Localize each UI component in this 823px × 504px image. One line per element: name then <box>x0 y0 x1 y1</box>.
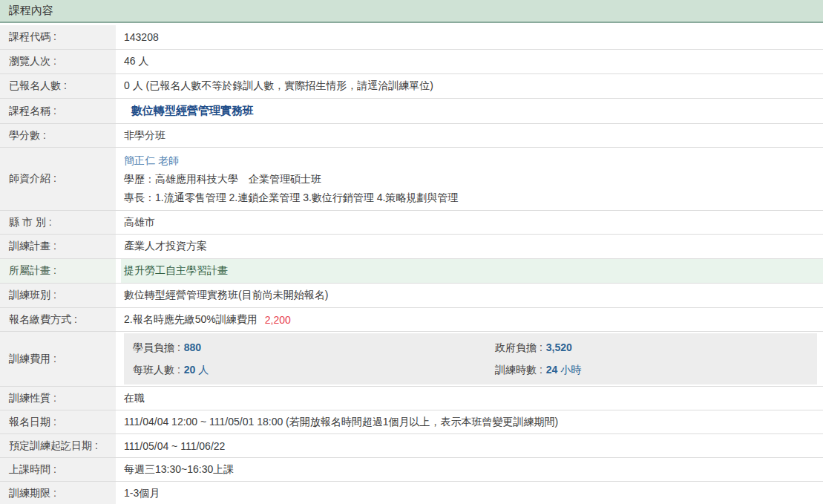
table-row-course-code: 課程代碼 : 143208 <box>0 25 823 50</box>
table-row-course-name: 課程名稱 : 數位轉型經營管理實務班 <box>0 99 823 124</box>
fee-item-training-hours: 訓練時數 :24小時 <box>495 364 817 377</box>
table-row-registration-date: 報名日期 : 111/04/04 12:00 ~ 111/05/01 18:00… <box>0 410 823 434</box>
table-row-view-count: 瀏覽人次 : 46 人 <box>0 50 823 74</box>
row-value: 每週三13:30~16:30上課 <box>121 458 823 481</box>
row-value: 143208 <box>121 25 823 49</box>
section-title: 課程內容 <box>9 4 53 18</box>
fee-value: 880 <box>184 341 201 353</box>
row-value: 非學分班 <box>121 124 823 147</box>
row-label: 訓練計畫 : <box>0 235 121 258</box>
fee-label: 每班人數 : <box>133 364 180 376</box>
row-value: 111/04/04 12:00 ~ 111/05/01 18:00 (若開放報名… <box>121 410 823 433</box>
table-row-instructor: 師資介紹 : 簡正仁 老師 學歷：高雄應用科技大學 企業管理碩士班 專長：1.流… <box>0 148 823 211</box>
table-row-training-plan: 訓練計畫 : 產業人才投資方案 <box>0 235 823 259</box>
table-row-enrolled-count: 已報名人數 : 0 人 (已報名人數不等於錄訓人數，實際招生情形，請逕洽訓練單位… <box>0 74 823 99</box>
row-value: 2.報名時應先繳50%訓練費用 2,200 <box>121 308 823 331</box>
table-row-payment-method: 報名繳費方式 : 2.報名時應先繳50%訓練費用 2,200 <box>0 308 823 332</box>
row-value: 在職 <box>121 387 823 410</box>
payment-amount: 2,200 <box>265 314 291 326</box>
row-label: 上課時間 : <box>0 458 121 481</box>
row-value: 數位轉型經營管理實務班 <box>121 99 823 123</box>
fee-unit: 小時 <box>560 364 581 376</box>
row-value: 0 人 (已報名人數不等於錄訓人數，實際招生情形，請逕洽訓練單位) <box>121 74 823 98</box>
instructor-specialty: 專長：1.流通零售管理 2.連鎖企業管理 3.數位行銷管理 4.策略規劃與管理 <box>124 189 458 207</box>
row-label: 瀏覽人次 : <box>0 50 121 73</box>
table-row-class-time: 上課時間 : 每週三13:30~16:30上課 <box>0 458 823 482</box>
table-row-training-duration: 訓練期限 : 1-3個月 <box>0 482 823 504</box>
fee-label: 訓練時數 : <box>495 364 542 376</box>
row-value: 簡正仁 老師 學歷：高雄應用科技大學 企業管理碩士班 專長：1.流通零售管理 2… <box>121 148 823 210</box>
row-label: 所屬計畫 : <box>0 259 121 283</box>
course-name-link[interactable]: 數位轉型經營管理實務班 <box>131 104 254 118</box>
fee-panel: 學員負擔 :880 政府負擔 :3,520 每班人數 :20人 訓練時數 :24… <box>124 333 817 384</box>
row-value: 數位轉型經營管理實務班(目前尚未開始報名) <box>121 284 823 307</box>
fee-item-government-share: 政府負擔 :3,520 <box>495 341 817 355</box>
row-value: 提升勞工自主學習計畫 <box>121 259 823 283</box>
payment-text: 2.報名時應先繳50%訓練費用 <box>124 313 258 327</box>
row-value: 1-3個月 <box>121 482 823 504</box>
row-label: 已報名人數 : <box>0 74 121 98</box>
row-label: 縣 市 別 : <box>0 211 121 234</box>
row-label: 課程代碼 : <box>0 25 121 49</box>
row-label: 訓練期限 : <box>0 482 121 504</box>
row-value: 學員負擔 :880 政府負擔 :3,520 每班人數 :20人 訓練時數 :24… <box>121 332 823 386</box>
row-value: 產業人才投資方案 <box>121 235 823 258</box>
row-label: 訓練班別 : <box>0 284 121 307</box>
row-value: 高雄市 <box>121 211 823 234</box>
row-label: 報名日期 : <box>0 410 121 433</box>
table-row-training-nature: 訓練性質 : 在職 <box>0 387 823 410</box>
row-label: 訓練費用 : <box>0 332 121 386</box>
row-label: 報名繳費方式 : <box>0 308 121 331</box>
table-row-class-type: 訓練班別 : 數位轉型經營管理實務班(目前尚未開始報名) <box>0 284 823 308</box>
row-value: 46 人 <box>121 50 823 73</box>
table-row-parent-program: 所屬計畫 : 提升勞工自主學習計畫 <box>0 259 823 284</box>
fee-value: 20 <box>184 364 196 376</box>
fee-label: 學員負擔 : <box>133 341 180 353</box>
table-row-training-period-dates: 預定訓練起訖日期 : 111/05/04 ~ 111/06/22 <box>0 434 823 458</box>
course-table: 課程代碼 : 143208 瀏覽人次 : 46 人 已報名人數 : 0 人 (已… <box>0 25 823 504</box>
fee-item-class-size: 每班人數 :20人 <box>133 364 495 377</box>
row-label: 預定訓練起訖日期 : <box>0 434 121 457</box>
fee-value: 24 <box>546 364 558 376</box>
row-label: 師資介紹 : <box>0 148 121 210</box>
fee-unit: 人 <box>198 364 209 376</box>
row-label: 學分數 : <box>0 124 121 147</box>
section-header: 課程內容 <box>0 0 823 23</box>
teacher-link[interactable]: 簡正仁 老師 <box>124 151 179 170</box>
table-row-training-fee: 訓練費用 : 學員負擔 :880 政府負擔 :3,520 每班人數 :20人 訓… <box>0 332 823 387</box>
row-value: 111/05/04 ~ 111/06/22 <box>121 434 823 457</box>
table-row-county: 縣 市 別 : 高雄市 <box>0 211 823 235</box>
table-row-credit: 學分數 : 非學分班 <box>0 124 823 148</box>
fee-item-student-share: 學員負擔 :880 <box>133 341 495 355</box>
row-label: 課程名稱 : <box>0 99 121 123</box>
instructor-education: 學歷：高雄應用科技大學 企業管理碩士班 <box>124 170 321 189</box>
fee-label: 政府負擔 : <box>495 341 542 353</box>
row-label: 訓練性質 : <box>0 387 121 410</box>
fee-value: 3,520 <box>546 341 572 353</box>
